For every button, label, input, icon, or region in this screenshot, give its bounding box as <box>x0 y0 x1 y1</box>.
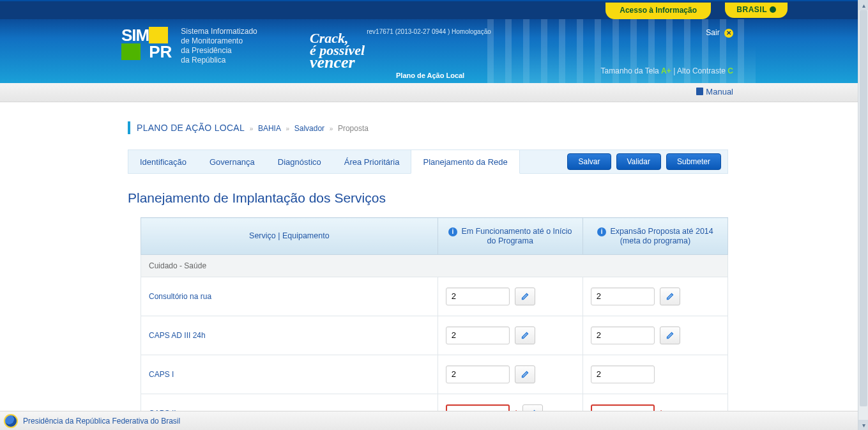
campaign-logo: Crack, é possível vencer <box>310 32 365 68</box>
col-expansao: i Expansão Proposta até 2014 (meta do pr… <box>582 218 727 255</box>
save-button[interactable]: Salvar <box>567 153 611 170</box>
scroll-up-icon[interactable]: ▴ <box>858 0 868 10</box>
contrast-button[interactable]: C <box>727 66 733 75</box>
logo-subtitle-1: Sistema Informatizado <box>181 27 257 36</box>
validate-button[interactable]: Validar <box>616 153 661 170</box>
logout-icon: ✕ <box>724 29 733 38</box>
gov-bar: Acesso à Informação BRASIL <box>0 0 858 19</box>
logo-subtitle-2: de Monitoramento <box>181 36 257 46</box>
book-icon <box>696 88 703 95</box>
scroll-down-icon[interactable]: ▾ <box>858 420 868 430</box>
logout-link[interactable]: Sair ✕ <box>706 28 733 38</box>
breadcrumb-current: Proposta <box>338 124 369 133</box>
expansao-input[interactable] <box>591 326 655 344</box>
category-row: Cuidado - Saúde <box>141 254 728 277</box>
breadcrumb-state[interactable]: BAHIA <box>258 124 281 133</box>
toolbar: Manual <box>0 83 858 102</box>
brasil-link[interactable]: BRASIL <box>725 3 788 18</box>
tab-diagnostico[interactable]: Diagnóstico <box>266 150 333 173</box>
info-icon[interactable]: i <box>597 227 606 236</box>
service-name[interactable]: CAPS AD III 24h <box>141 316 438 355</box>
service-name[interactable]: Consultório na rua <box>141 277 438 316</box>
table-row: Consultório na rua <box>141 277 728 316</box>
tab-area-prioritaria[interactable]: Área Prioritária <box>333 150 411 173</box>
table-row: CAPS I <box>141 355 728 394</box>
logout-label: Sair <box>706 28 719 37</box>
col-funcionamento: i Em Funcionamento até o Início do Progr… <box>438 218 582 255</box>
funcionamento-input[interactable] <box>446 288 510 305</box>
brasil-label: BRASIL <box>736 5 767 14</box>
edit-button[interactable] <box>515 365 535 383</box>
font-size-button[interactable]: A+ <box>661 66 671 75</box>
submit-button[interactable]: Submeter <box>666 153 721 170</box>
font-size-label: Tamanho da Tela <box>601 66 659 75</box>
acesso-informacao-link[interactable]: Acesso à Informação <box>605 3 711 19</box>
revision-label: rev17671 (2013-02-27 0944 ) Homologação <box>367 28 491 35</box>
tab-governanca[interactable]: Governança <box>198 150 266 173</box>
funcionamento-input[interactable] <box>446 365 510 383</box>
info-icon[interactable]: i <box>448 227 457 236</box>
logo-subtitle-3: da Presidência <box>181 46 257 56</box>
expansao-input[interactable] <box>591 288 655 305</box>
edit-button[interactable] <box>660 288 680 305</box>
edit-button[interactable] <box>660 326 680 344</box>
vertical-scrollbar[interactable]: ▴ ▾ <box>858 0 868 430</box>
manual-label: Manual <box>706 87 733 96</box>
seal-icon <box>4 414 18 428</box>
breadcrumb-city[interactable]: Salvador <box>294 124 324 133</box>
expansao-input[interactable] <box>591 365 655 383</box>
plano-label: Plano de Ação Local <box>396 72 464 79</box>
tab-identificacao[interactable]: Identificação <box>128 150 198 173</box>
edit-button[interactable] <box>515 288 535 305</box>
accessibility-links: Tamanho da Tela A+ | Alto Contraste C <box>601 66 733 75</box>
col-servico: Serviço | Equipamento <box>141 218 438 255</box>
services-table: Serviço | Equipamento i Em Funcionamento… <box>141 217 728 430</box>
logo-subtitle-4: da República <box>181 56 257 65</box>
manual-link[interactable]: Manual <box>696 87 733 96</box>
service-name[interactable]: CAPS I <box>141 355 438 394</box>
footer: Presidência da República Federativa do B… <box>0 411 858 430</box>
funcionamento-input[interactable] <box>446 326 510 344</box>
breadcrumb-root[interactable]: PLANO DE AÇÃO LOCAL <box>137 123 245 133</box>
main-content: PLANO DE AÇÃO LOCAL » BAHIA » Salvador »… <box>0 102 728 430</box>
banner: rev17671 (2013-02-27 0944 ) Homologação … <box>0 19 858 83</box>
category-label: Cuidado - Saúde <box>141 254 728 277</box>
brasil-flag-icon <box>770 6 776 13</box>
contrast-label: Alto Contraste <box>677 66 726 75</box>
breadcrumb: PLANO DE AÇÃO LOCAL » BAHIA » Salvador »… <box>128 121 728 134</box>
table-row: CAPS AD III 24h <box>141 316 728 355</box>
footer-text: Presidência da República Federativa do B… <box>23 417 180 426</box>
tab-planejamento-rede[interactable]: Planejamento da Rede <box>411 150 519 174</box>
tab-row: Identificação Governança Diagnóstico Áre… <box>128 150 728 174</box>
app-logo: SIM PR Sistema Informatizado de Monitora… <box>121 27 257 65</box>
section-title: Planejamento de Implantação dos Serviços <box>128 190 728 206</box>
scroll-thumb[interactable] <box>860 10 867 406</box>
edit-button[interactable] <box>515 326 535 344</box>
